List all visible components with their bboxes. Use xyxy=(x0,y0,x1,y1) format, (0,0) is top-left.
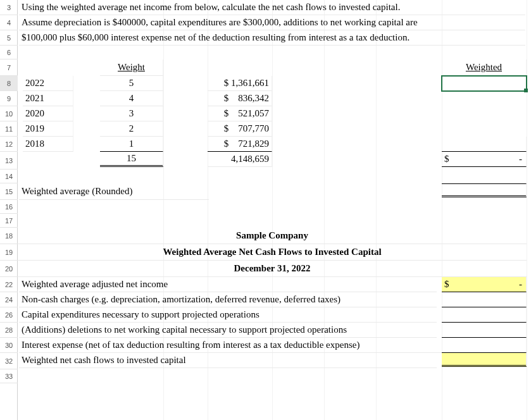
year-cell[interactable]: 2022 xyxy=(23,76,73,91)
year-cell[interactable]: 2021 xyxy=(23,91,73,106)
weight-cell[interactable]: 4 xyxy=(100,91,163,106)
row-header[interactable]: 14 xyxy=(0,170,18,183)
row-header[interactable]: 28 xyxy=(0,323,18,338)
title-date: December 31, 2022 xyxy=(18,261,527,277)
value-interest[interactable] xyxy=(442,338,527,353)
title-report: Weighted Average Net Cash Flows to Inves… xyxy=(18,244,527,261)
row-header[interactable]: 5 xyxy=(0,30,18,46)
col-header-weight: Weight xyxy=(100,59,163,76)
weight-total[interactable]: 15 xyxy=(100,152,163,167)
value-net-cash-flows[interactable] xyxy=(442,353,527,367)
currency-symbol: $ xyxy=(444,154,449,164)
row-header[interactable]: 13 xyxy=(0,152,18,170)
value-capex[interactable] xyxy=(442,307,527,323)
weighted-avg-rounded-value[interactable] xyxy=(442,183,527,197)
row-header[interactable]: 19 xyxy=(0,244,18,261)
row-header[interactable]: 33 xyxy=(0,369,18,383)
row-header[interactable]: 20 xyxy=(0,261,18,277)
row-header[interactable]: 4 xyxy=(0,15,18,30)
year-cell[interactable]: 2019 xyxy=(23,121,73,137)
row-header[interactable]: 11 xyxy=(0,121,18,137)
instruction-line: $100,000 plus $60,000 interest expense n… xyxy=(19,30,525,46)
row-header[interactable]: 8 xyxy=(0,76,18,91)
row-header[interactable]: 9 xyxy=(0,91,18,106)
row-header[interactable]: 16 xyxy=(0,200,18,214)
row-header[interactable]: 32 xyxy=(0,353,18,369)
instruction-line: Assume depreciation is $400000, capital … xyxy=(19,15,525,30)
weighted-cell-selected[interactable] xyxy=(442,76,527,91)
weighted-total[interactable]: $- xyxy=(442,152,527,167)
value-noncash-charges[interactable] xyxy=(442,292,527,307)
weight-cell[interactable]: 5 xyxy=(100,76,163,91)
row-header[interactable]: 18 xyxy=(0,228,18,244)
year-cell[interactable]: 2018 xyxy=(23,137,73,152)
weighted-avg-rounded-label: Weighted average (Rounded) xyxy=(19,183,209,200)
instruction-line: Using the weighted average net income fr… xyxy=(19,0,525,15)
value-nwc[interactable] xyxy=(442,323,527,338)
amount-cell[interactable]: $ 707,770 xyxy=(208,121,272,137)
col-header-weighted: Weighted xyxy=(442,59,527,76)
row-header[interactable]: 10 xyxy=(0,106,18,121)
line-weighted-avg-adj-ni: Weighted average adjusted net income xyxy=(19,277,437,292)
weight-cell[interactable]: 3 xyxy=(100,106,163,121)
grid-area: Using the weighted average net income fr… xyxy=(18,0,531,420)
row-header[interactable]: 12 xyxy=(0,137,18,152)
amount-cell[interactable]: $ 1,361,661 xyxy=(208,76,272,91)
row-header[interactable]: 6 xyxy=(0,46,18,59)
row-header[interactable]: 3 xyxy=(0,0,18,15)
line-capex: Capital expenditures necessary to suppor… xyxy=(19,307,437,323)
amount-cell[interactable]: $ 521,057 xyxy=(208,106,272,121)
row-header[interactable]: 30 xyxy=(0,338,18,353)
value-dash: - xyxy=(519,154,523,164)
line-noncash-charges: Non-cash charges (e.g. depreciation, amo… xyxy=(19,292,437,307)
year-cell[interactable]: 2020 xyxy=(23,106,73,121)
title-company: Sample Company xyxy=(18,228,527,244)
row-header[interactable]: 22 xyxy=(0,277,18,292)
currency-symbol: $ xyxy=(444,279,449,290)
weighted-cell[interactable] xyxy=(442,137,527,152)
value-weighted-avg-adj-ni[interactable]: $- xyxy=(442,277,527,292)
line-nwc: (Additions) deletions to net working cap… xyxy=(19,323,437,338)
value-dash: - xyxy=(519,279,523,290)
amount-cell[interactable]: $ 721,829 xyxy=(208,137,272,152)
line-interest: Interest expense (net of tax deduction r… xyxy=(19,338,442,353)
amount-total[interactable]: 4,148,659 xyxy=(208,152,272,167)
row-header[interactable]: 24 xyxy=(0,292,18,307)
row-header[interactable]: 26 xyxy=(0,307,18,323)
weight-cell[interactable]: 1 xyxy=(100,137,163,152)
row-header[interactable]: 15 xyxy=(0,183,18,200)
line-net-cash-flows: Weighted net cash flows to invested capi… xyxy=(19,353,437,368)
row-header[interactable]: 7 xyxy=(0,59,18,76)
spreadsheet: 3 4 5 6 7 8 9 10 11 12 13 14 15 16 17 18… xyxy=(0,0,531,420)
weight-cell[interactable]: 2 xyxy=(100,121,163,137)
row-header[interactable]: 17 xyxy=(0,214,18,228)
amount-cell[interactable]: $ 836,342 xyxy=(208,91,272,106)
